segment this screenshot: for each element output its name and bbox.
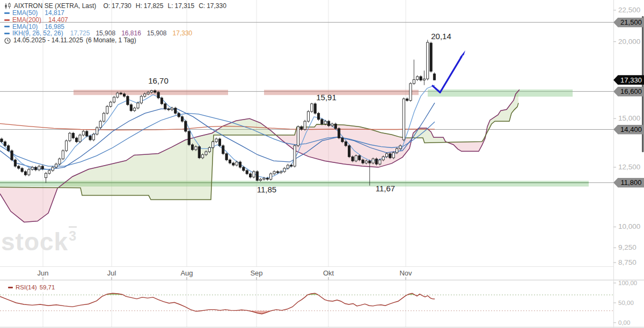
- indicator-value: 14,407: [48, 17, 68, 24]
- price-label: 10,000: [618, 222, 640, 230]
- indicator-label: EMA(50): [12, 10, 38, 17]
- chart-legend: AIXTRON SE (XETRA, Last) O:17,730H:17,82…: [4, 3, 226, 44]
- ohlc-value: 17,730: [112, 2, 131, 10]
- symbol-name: AIXTRON SE (XETRA, Last): [14, 3, 96, 10]
- ohlc-key: O:: [103, 2, 110, 10]
- annotation-label: 15,91: [316, 93, 336, 102]
- ema50-row[interactable]: EMA(50)14,817: [4, 10, 226, 17]
- support-zone: [428, 90, 573, 96]
- annotation-label: 11,67: [376, 184, 395, 193]
- price-tag: 16,600: [613, 87, 644, 96]
- legend-swatch: [4, 19, 10, 21]
- price-tag: 11,800: [613, 178, 644, 188]
- month-label: Aug: [177, 269, 196, 277]
- price-label: 15,000: [618, 114, 640, 122]
- price-label: 12,500: [618, 163, 640, 171]
- ohlc-value: 17,315: [174, 2, 194, 10]
- ohlc-key: C:: [199, 2, 205, 10]
- ema200-line: [0, 124, 435, 130]
- month-label: Sep: [247, 269, 266, 277]
- price-tag: 14,400: [613, 125, 644, 135]
- symbol-row[interactable]: AIXTRON SE (XETRA, Last) O:17,730H:17,82…: [4, 3, 226, 10]
- indicator-value: 15,908: [147, 30, 167, 37]
- ema200-row[interactable]: EMA(200)14,407: [4, 17, 226, 24]
- rsi-panel: [0, 293, 613, 314]
- rsi-swatch: [8, 287, 13, 288]
- indicator-label: EMA(200): [12, 17, 41, 24]
- legend-swatch: [4, 26, 10, 27]
- current-price-tag: 17,330: [613, 75, 644, 85]
- month-label: Okt: [319, 269, 338, 277]
- indicator-legend-rows: EMA(50)14,817EMA(200)14,407EMA(10)16,985…: [4, 10, 226, 37]
- resistance-zone: [264, 90, 419, 95]
- rsi-axis-label: 0,00: [618, 319, 630, 326]
- month-label: Nov: [396, 269, 415, 277]
- ohlc-value: 17,330: [207, 2, 226, 10]
- indicator-value: 17,330: [173, 30, 193, 37]
- ohlc-values: O:17,730H:17,825L:17,315C:17,330: [99, 3, 226, 10]
- month-label: Jun: [33, 269, 53, 277]
- clock-icon: [4, 38, 11, 44]
- ohlc-value: 17,825: [144, 2, 164, 10]
- price-label: 9,250: [618, 243, 636, 251]
- rsi-axis-label: 50,00: [618, 300, 634, 306]
- annotation-label: 20,14: [431, 32, 451, 41]
- month-label: Jul: [102, 269, 121, 277]
- level-lines: [0, 23, 613, 183]
- rsi-value: 59,71: [40, 284, 55, 290]
- period-text: 14.05.2025 - 14.11.2025: [13, 37, 83, 44]
- ohlc-key: L:: [167, 2, 173, 10]
- annotation-label: 16,70: [148, 76, 169, 85]
- price-label: 22,500: [618, 6, 640, 14]
- rsi-label: RSI(14): [16, 284, 37, 290]
- panel-separators: [0, 0, 644, 328]
- legend-swatch: [4, 33, 10, 34]
- price-tag: 21,500: [613, 18, 644, 27]
- price-label: 20,000: [618, 38, 640, 46]
- price-label: 8,750: [618, 258, 636, 266]
- period-detail: (6 Monate, 1 Tag): [86, 37, 136, 44]
- annotation-label: 11,85: [257, 185, 276, 194]
- candlestick-icon: [4, 3, 11, 10]
- period-row: 14.05.2025 - 14.11.2025 (6 Monate, 1 Tag…: [4, 37, 226, 44]
- stock-chart-app: stock3 16,7015,9120,1411,8511,67 AIXTRON…: [0, 0, 644, 328]
- legend-swatch: [4, 12, 10, 14]
- ohlc-key: H:: [136, 2, 142, 10]
- rsi-axis-label: 100,00: [618, 280, 637, 286]
- price-chart-canvas[interactable]: 16,7015,9120,1411,8511,67: [0, 0, 644, 328]
- indicator-value: 14,817: [45, 10, 64, 17]
- rsi-legend[interactable]: RSI(14) 59,71: [4, 282, 60, 292]
